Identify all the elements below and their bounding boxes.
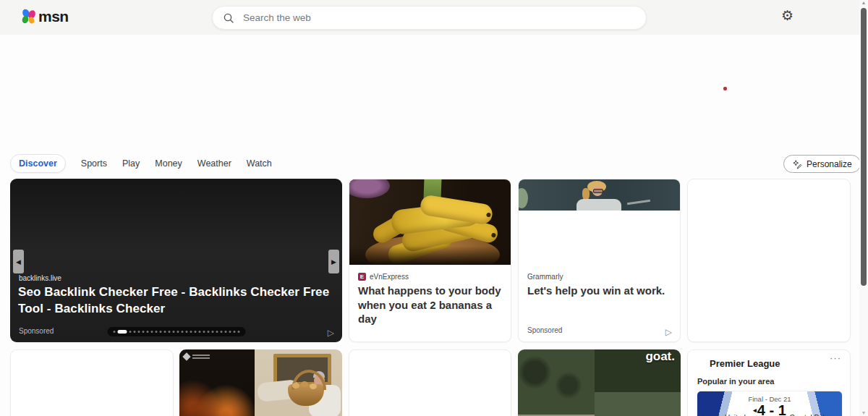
evnexpress-logo-icon: E	[358, 273, 366, 281]
msn-butterfly-icon	[20, 8, 38, 25]
tab-sports[interactable]: Sports	[81, 158, 107, 169]
carousel-prev-button[interactable]: ◀	[13, 250, 24, 273]
carousel-dots[interactable]	[107, 327, 245, 336]
scrollbar-thumb[interactable]	[861, 8, 867, 286]
carousel-dot[interactable]	[220, 331, 222, 333]
article-image-goat: goat.	[518, 349, 681, 416]
meme-caption: goat.	[645, 349, 675, 364]
article-headline[interactable]: What happens to your body when you eat 2…	[358, 284, 506, 326]
more-options-button[interactable]: ···	[830, 352, 841, 363]
personalize-label: Personalize	[807, 159, 852, 169]
search-input[interactable]	[242, 12, 636, 24]
tab-weather[interactable]: Weather	[197, 158, 231, 169]
carousel-dot[interactable]	[229, 331, 231, 333]
carousel-dot[interactable]	[181, 331, 183, 333]
adchoices-icon[interactable]: ▷	[328, 328, 334, 338]
empty-card	[687, 179, 851, 342]
emblem-text	[192, 353, 210, 360]
decor-fire-scene	[179, 349, 255, 416]
premier-league-card[interactable]: Premier League ··· Popular in your area …	[687, 349, 851, 416]
tab-money[interactable]: Money	[155, 158, 182, 169]
decor-person	[576, 199, 621, 211]
source-row: Grammarly	[527, 273, 563, 281]
decor-bread	[301, 381, 308, 387]
search-bar[interactable]	[212, 6, 647, 30]
source-row: E eVnExpress	[358, 273, 409, 281]
msn-logo-text: msn	[38, 8, 69, 25]
tab-watch[interactable]: Watch	[247, 158, 272, 169]
carousel-dot[interactable]	[155, 331, 157, 333]
article-card-news[interactable]	[179, 349, 342, 416]
page-scrollbar[interactable]: ▲ ▼	[859, 0, 868, 416]
stray-red-dot	[723, 87, 727, 90]
carousel-dot[interactable]	[146, 331, 148, 333]
msn-logo[interactable]: msn	[20, 8, 69, 25]
scrollbar-up-icon[interactable]: ▲	[859, 0, 868, 5]
agency-logo	[184, 353, 210, 360]
decor-flower	[349, 179, 390, 198]
adchoices-icon[interactable]: ▷	[665, 327, 672, 337]
source-name: eVnExpress	[370, 273, 409, 281]
decor-goat-scene	[518, 349, 595, 416]
decor-bread	[310, 383, 317, 389]
score-value: 4 - 1	[757, 402, 786, 416]
carousel-dot[interactable]	[150, 331, 153, 333]
carousel-dot[interactable]	[224, 331, 226, 333]
carousel-dot[interactable]	[129, 331, 131, 333]
carousel-dot[interactable]	[168, 331, 170, 333]
tab-play[interactable]: Play	[122, 158, 140, 169]
decor-police-scene: goat.	[595, 349, 681, 416]
ad-headline[interactable]: Let's help you win at work.	[527, 284, 675, 298]
carousel-dot[interactable]	[207, 331, 209, 333]
carousel-dot[interactable]	[117, 330, 127, 334]
ad-card-grammarly[interactable]: Grammarly Let's help you win at work. Sp…	[518, 179, 681, 342]
tab-discover[interactable]: Discover	[10, 154, 66, 173]
carousel-dot[interactable]	[172, 331, 174, 333]
scrollbar-down-icon[interactable]: ▼	[859, 410, 868, 415]
header-bar: msn ⚙	[0, 0, 868, 35]
settings-gear-icon[interactable]: ⚙	[781, 9, 793, 22]
article-image-bananas	[349, 179, 511, 265]
winner-marker-icon: ◂	[753, 407, 757, 414]
ad-image-grammarly	[519, 179, 680, 211]
carousel-dot[interactable]	[190, 331, 192, 333]
personalize-button[interactable]: Personalize	[783, 155, 861, 173]
empty-card	[349, 349, 511, 416]
carousel-dot[interactable]	[185, 331, 187, 333]
carousel-dot[interactable]	[233, 331, 235, 333]
match-score-widget[interactable]: Final - Dec 21 ◂4 - 1 Leeds United Cryst…	[697, 391, 843, 416]
decor-person	[593, 189, 603, 193]
ad-source: backlinks.live	[19, 274, 61, 282]
article-card-bananas[interactable]: E eVnExpress What happens to your body w…	[349, 179, 511, 342]
article-card-goat[interactable]: goat.	[518, 349, 681, 416]
premier-league-title: Premier League	[710, 358, 780, 369]
carousel-dot[interactable]	[113, 331, 115, 333]
carousel-dot[interactable]	[137, 331, 140, 333]
carousel-dot[interactable]	[159, 331, 161, 333]
decor-room-scene	[255, 349, 343, 416]
decor-blob	[519, 188, 528, 208]
carousel-dot[interactable]	[198, 331, 200, 333]
carousel-dot[interactable]	[211, 331, 213, 333]
empty-card	[10, 349, 174, 416]
carousel-dot[interactable]	[237, 331, 239, 333]
ad-headline[interactable]: Seo Backlink Checker Free - Backlinks Ch…	[18, 284, 331, 318]
channel-tabs: Discover Sports Play Money Weather Watch	[10, 154, 272, 173]
search-icon	[223, 12, 234, 24]
carousel-dot[interactable]	[176, 331, 179, 333]
sponsored-label: Sponsored	[527, 326, 562, 334]
decor-bread	[292, 383, 299, 389]
carousel-dot[interactable]	[194, 331, 196, 333]
emblem-icon	[182, 352, 190, 360]
article-image-news	[179, 349, 342, 416]
carousel-dot[interactable]	[163, 331, 166, 333]
msn-homepage: msn ⚙ Discover Sports Play Money Weather…	[0, 0, 868, 416]
carousel-next-button[interactable]: ▶	[328, 250, 339, 273]
carousel-dot[interactable]	[142, 331, 144, 333]
sponsored-carousel-card[interactable]: ◀ ▶ backlinks.live Seo Backlink Checker …	[10, 179, 342, 342]
carousel-dot[interactable]	[216, 331, 218, 333]
carousel-dot[interactable]	[133, 331, 135, 333]
sponsored-label: Sponsored	[19, 327, 54, 335]
premier-league-subtitle: Popular in your area	[697, 377, 774, 386]
carousel-dot[interactable]	[203, 331, 205, 333]
